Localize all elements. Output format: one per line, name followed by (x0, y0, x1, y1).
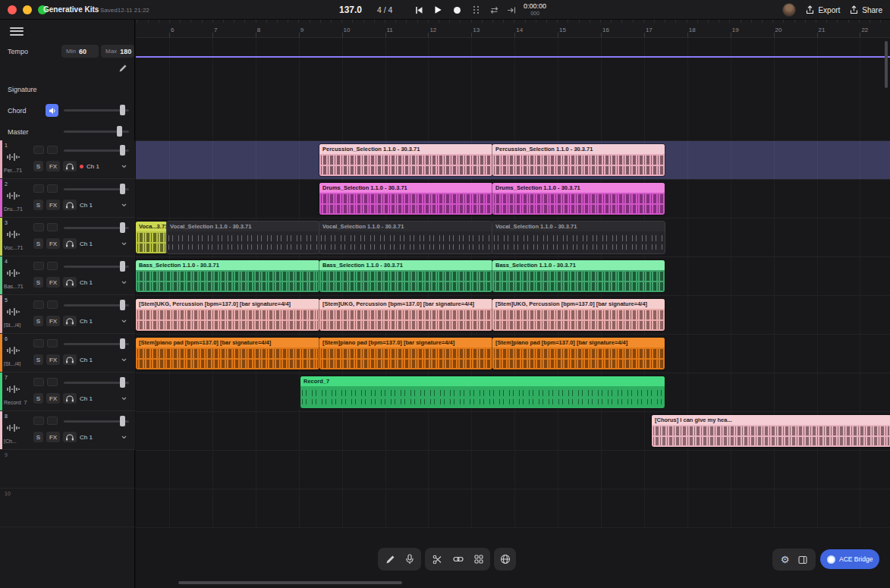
slider-handle[interactable] (120, 261, 125, 272)
audio-clip[interactable]: Record_7 (300, 376, 665, 408)
slider-handle[interactable] (120, 377, 125, 388)
track-volume-slider[interactable] (64, 184, 129, 194)
solo-button[interactable]: S (33, 277, 43, 288)
mic-tool-button[interactable] (406, 554, 414, 564)
slider-handle[interactable] (120, 145, 125, 156)
track-header[interactable]: 7Record_7SFXCh 1 (0, 373, 135, 411)
track-volume-slider[interactable] (64, 261, 129, 272)
knob-box[interactable] (47, 262, 58, 270)
knob-box[interactable] (47, 417, 58, 425)
track-volume-slider[interactable] (64, 300, 129, 310)
record-button[interactable] (451, 5, 462, 15)
knob-box[interactable] (33, 300, 44, 309)
audio-clip[interactable]: [Stem]piano pad [bpm=137.0] [bar signatu… (136, 338, 319, 369)
fx-button[interactable]: FX (46, 316, 60, 326)
channel-dropdown[interactable]: Ch 1 (80, 238, 130, 249)
vertical-scrollbar[interactable] (885, 41, 888, 88)
knob-box[interactable] (47, 339, 58, 347)
timeline[interactable]: Percussion_Selection 1.1.0 - 30.3.71Perc… (136, 20, 890, 588)
loop-icon[interactable] (489, 5, 499, 15)
solo-button[interactable]: S (33, 200, 43, 210)
knob-box[interactable] (33, 262, 44, 270)
headphone-button[interactable] (63, 200, 77, 210)
audio-clip[interactable]: Bass_Selection 1.1.0 - 30.3.71 (492, 260, 665, 292)
slider-handle[interactable] (120, 338, 125, 349)
slider-handle[interactable] (120, 416, 125, 426)
knob-box[interactable] (33, 184, 44, 193)
slider-handle[interactable] (120, 300, 125, 310)
track-volume-slider[interactable] (64, 145, 129, 156)
fx-button[interactable]: FX (46, 238, 60, 249)
ruler[interactable]: 678910111213141516171819202122 (136, 20, 890, 38)
link-tool-button[interactable] (453, 556, 464, 562)
track-volume-slider[interactable] (64, 338, 129, 349)
knob-box[interactable] (47, 146, 58, 154)
audio-clip[interactable]: [Stem]UKG, Percussion [bpm=137.0] [bar s… (319, 299, 492, 331)
fx-button[interactable]: FX (46, 277, 60, 288)
export-button[interactable]: Export (806, 5, 840, 14)
track-header[interactable]: 3Voc...71SFXCh 1 (0, 218, 135, 256)
solo-button[interactable]: S (33, 238, 43, 249)
headphone-button[interactable] (63, 238, 77, 249)
empty-track-slot[interactable]: 10 (0, 489, 135, 527)
knob-box[interactable] (33, 417, 44, 425)
headphone-button[interactable] (63, 354, 77, 365)
pencil-tool-button[interactable] (385, 555, 395, 564)
track-volume-slider[interactable] (64, 416, 129, 426)
audio-clip[interactable]: Drums_Selection 1.1.0 - 30.3.71 (492, 183, 665, 215)
empty-track-slot[interactable]: 9 (0, 450, 135, 489)
dots-grid-icon[interactable] (470, 5, 481, 15)
knob-box[interactable] (33, 378, 44, 386)
skip-to-start-button[interactable] (414, 5, 424, 15)
slider-handle[interactable] (120, 184, 125, 194)
solo-button[interactable]: S (33, 354, 43, 365)
audio-clip[interactable]: Percussion_Selection 1.1.0 - 30.3.71 (492, 144, 665, 176)
channel-dropdown[interactable]: Ch 1 (80, 432, 130, 442)
knob-box[interactable] (33, 339, 44, 347)
knob-box[interactable] (33, 223, 44, 231)
knob-box[interactable] (47, 223, 58, 231)
audio-clip[interactable]: Bass_Selection 1.1.0 - 30.3.71 (319, 260, 492, 292)
ace-bridge-button[interactable]: ACE Bridge (820, 549, 879, 569)
fx-button[interactable]: FX (46, 161, 60, 171)
audio-clip[interactable]: [Stem]piano pad [bpm=137.0] [bar signatu… (492, 338, 665, 369)
fx-button[interactable]: FX (46, 354, 60, 365)
knob-box[interactable] (47, 184, 58, 193)
settings-button[interactable]: ⚙ (781, 555, 790, 564)
fx-button[interactable]: FX (46, 200, 60, 210)
headphone-button[interactable] (63, 316, 77, 326)
audio-clip[interactable]: [Stem]UKG, Percussion [bpm=137.0] [bar s… (492, 299, 665, 331)
horizontal-scrollbar[interactable] (178, 581, 402, 584)
channel-dropdown[interactable]: Ch 1 (80, 200, 130, 210)
audio-clip[interactable]: Drums_Selection 1.1.0 - 30.3.71 (319, 183, 492, 215)
share-button[interactable]: Share (850, 5, 882, 14)
audio-clip[interactable]: Vocal_Selection 1.1.0 - 30.3.71 (492, 222, 665, 253)
close-button[interactable] (8, 5, 17, 14)
track-header[interactable]: 8[Ch...SFXCh 1 (0, 411, 135, 450)
channel-dropdown[interactable]: Ch 1 (80, 161, 130, 171)
track-header[interactable]: 2Dru...71SFXCh 1 (0, 179, 135, 218)
solo-button[interactable]: S (33, 393, 43, 404)
track-header[interactable]: 1Per...71SFXCh 1 (0, 140, 135, 179)
audio-clip[interactable]: Percussion_Selection 1.1.0 - 30.3.71 (319, 144, 492, 176)
solo-button[interactable]: S (33, 432, 43, 442)
globe-button[interactable] (500, 554, 511, 564)
audio-clip[interactable]: Vocal_Selection 1.1.0 - 30.3.71 (167, 222, 319, 253)
track-volume-slider[interactable] (64, 377, 129, 388)
solo-button[interactable]: S (33, 161, 43, 171)
knob-box[interactable] (47, 300, 58, 309)
knob-box[interactable] (47, 378, 58, 386)
channel-dropdown[interactable]: Ch 1 (80, 316, 130, 326)
tempo-display[interactable]: 137.0 (339, 5, 362, 15)
audio-clip[interactable]: Bass_Selection 1.1.0 - 30.3.71 (136, 260, 319, 292)
audio-clip[interactable]: Voca...3.71 (136, 222, 167, 253)
audio-clip[interactable]: Vocal_Selection 1.1.0 - 30.3.71 (319, 222, 492, 253)
channel-dropdown[interactable]: Ch 1 (80, 354, 130, 365)
headphone-button[interactable] (63, 161, 77, 171)
slider-handle[interactable] (120, 222, 125, 233)
track-volume-slider[interactable] (64, 222, 129, 233)
track-header[interactable]: 5[St.../4]SFXCh 1 (0, 295, 135, 334)
avatar[interactable] (782, 3, 796, 17)
panel-toggle-button[interactable] (798, 555, 807, 564)
grid-tool-button[interactable] (474, 555, 483, 564)
